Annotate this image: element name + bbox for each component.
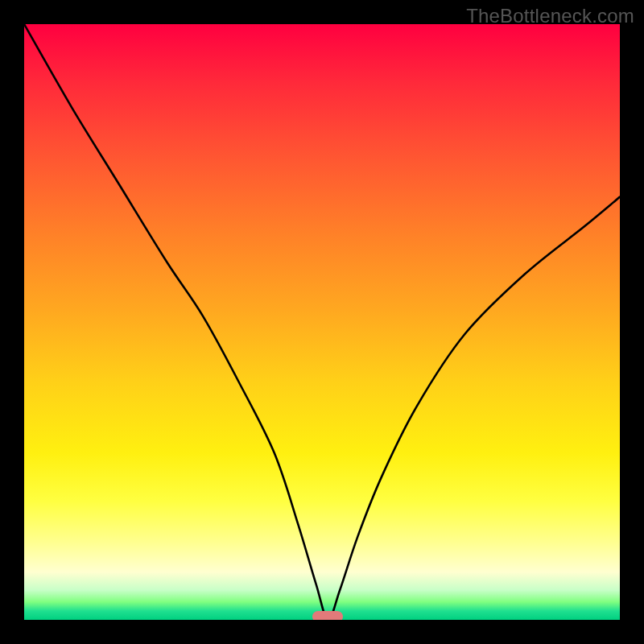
curve-path: [24, 24, 620, 620]
plot-area: [24, 24, 620, 620]
chart-frame: TheBottleneck.com: [0, 0, 644, 644]
bottleneck-curve: [24, 24, 620, 620]
minimum-marker: [312, 611, 343, 620]
